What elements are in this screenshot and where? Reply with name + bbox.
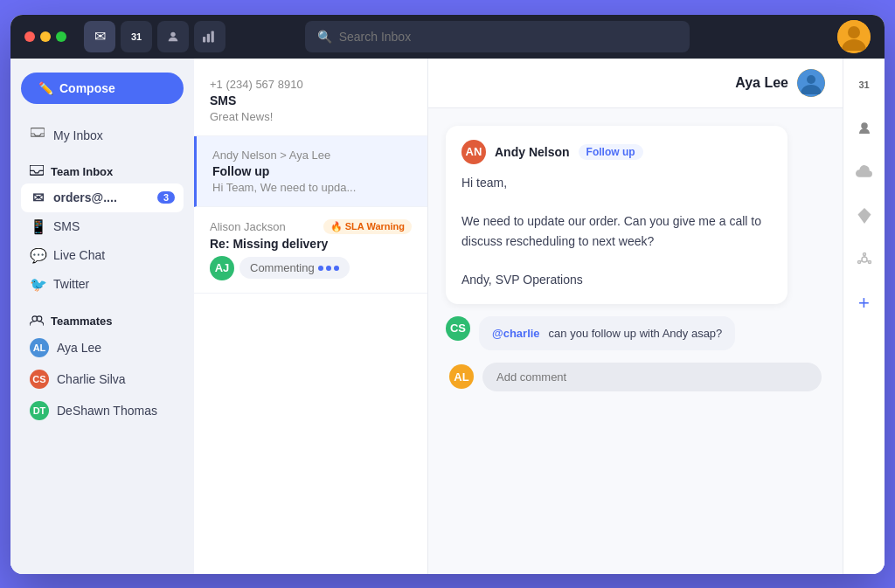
svg-line-20	[860, 260, 862, 261]
conv-meta-followup: Andy Nelson > Aya Lee	[212, 149, 412, 162]
search-bar[interactable]: 🔍	[305, 21, 690, 52]
browser-window: ✉ 31 🔍	[10, 15, 885, 574]
orders-label: orders@....	[53, 190, 117, 204]
conversation-item-missing-delivery[interactable]: Alison Jackson 🔥 SLA Warning Re: Missing…	[194, 207, 427, 294]
chat-panel: Aya Lee AN Andy Nelson	[428, 59, 843, 574]
cloud-rail-icon[interactable]	[849, 156, 880, 188]
sidebar-item-sms[interactable]: 📱 SMS	[21, 212, 184, 241]
contact-rail-icon[interactable]	[849, 113, 880, 144]
svg-line-19	[867, 260, 869, 261]
twitter-label: Twitter	[53, 277, 89, 291]
sms-label: SMS	[53, 219, 80, 233]
conv-phone: +1 (234) 567 8910	[210, 78, 303, 91]
svg-marker-13	[857, 208, 871, 224]
sms-icon: 📱	[30, 218, 45, 235]
svg-rect-6	[31, 128, 45, 136]
sidebar-item-my-inbox[interactable]: My Inbox	[21, 121, 184, 149]
traffic-lights	[24, 31, 66, 42]
mail-nav-icon[interactable]: ✉	[84, 21, 115, 52]
svg-point-5	[848, 26, 860, 38]
message-tag-followup: Follow up	[579, 144, 643, 160]
analytics-nav-icon[interactable]	[194, 21, 225, 52]
message-body-andy: Hi team, We need to update our order. Ca…	[461, 173, 772, 290]
conv-meta-sms: +1 (234) 567 8910	[210, 78, 412, 91]
live-chat-icon: 💬	[30, 247, 45, 264]
svg-point-14	[862, 257, 867, 262]
sidebar-item-charlie-silva[interactable]: CS Charlie Silva	[21, 363, 184, 395]
conversation-item-sms[interactable]: +1 (234) 567 8910 SMS Great News!	[194, 66, 427, 136]
inbox-icon	[30, 128, 45, 143]
comment-avatar: CS	[446, 316, 470, 341]
sla-warning-badge: 🔥 SLA Warning	[323, 219, 412, 234]
search-input[interactable]	[339, 30, 677, 44]
sidebar-section-team-inbox: Team Inbox ✉ orders@.... 3 📱 SMS 💬 Live …	[21, 156, 184, 299]
commenting-indicator: AJ Commenting	[210, 256, 412, 280]
sidebar-my-inbox-label: My Inbox	[53, 128, 103, 142]
team-inbox-header: Team Inbox	[21, 156, 184, 183]
chat-contact-name: Aya Lee	[735, 75, 788, 91]
app-body: ✏️ Compose My Inbox Team Inbox ✉	[10, 59, 885, 574]
andy-message-avatar: AN	[461, 140, 486, 164]
charlie-avatar: CS	[30, 370, 49, 389]
orders-badge: 3	[157, 191, 175, 204]
sidebar-section-my-inbox: My Inbox	[21, 121, 184, 149]
close-button[interactable]	[24, 31, 35, 42]
hubspot-rail-icon[interactable]	[849, 244, 880, 275]
conversation-item-followup[interactable]: Andy Nelson > Aya Lee Follow up Hi Team,…	[194, 136, 427, 207]
sidebar-item-aya-lee[interactable]: AL Aya Lee	[21, 332, 184, 363]
deshawn-name: DeShawn Thomas	[57, 404, 157, 418]
current-user-avatar: AL	[449, 364, 474, 389]
chat-header-user: Aya Lee	[735, 69, 825, 97]
add-rail-icon[interactable]: +	[849, 287, 880, 319]
chat-contact-avatar[interactable]	[797, 69, 825, 97]
svg-rect-3	[212, 31, 214, 42]
email-icon: ✉	[30, 190, 45, 206]
right-rail: 31 +	[843, 59, 885, 574]
calendar-rail-icon[interactable]: 31	[849, 69, 880, 100]
compose-icon: ✏️	[38, 81, 53, 95]
twitter-icon: 🐦	[30, 276, 45, 293]
comment-input[interactable]	[482, 363, 822, 391]
conv-sender-delivery: Alison Jackson	[210, 220, 286, 233]
team-inbox-label: Team Inbox	[51, 165, 113, 178]
sidebar-item-live-chat[interactable]: 💬 Live Chat	[21, 241, 184, 270]
message-header-andy: AN Andy Nelson Follow up	[461, 140, 772, 164]
maximize-button[interactable]	[56, 31, 66, 42]
svg-rect-7	[30, 165, 44, 175]
user-avatar[interactable]	[837, 20, 871, 53]
sidebar-item-deshawn-thomas[interactable]: DT DeShawn Thomas	[21, 395, 184, 426]
svg-rect-1	[203, 37, 205, 42]
teammates-label: Teammates	[51, 315, 113, 328]
comment-text: can you follow up with Andy asap?	[549, 327, 723, 340]
conv-sender-followup: Andy Nelson > Aya Lee	[212, 149, 330, 162]
sidebar-item-twitter[interactable]: 🐦 Twitter	[21, 270, 184, 299]
comment-mention: @charlie	[492, 327, 540, 340]
conv-meta-delivery: Alison Jackson 🔥 SLA Warning	[210, 219, 412, 234]
conv-subject-followup: Follow up	[212, 164, 412, 178]
compose-label: Compose	[59, 81, 115, 95]
dot-3	[334, 266, 339, 271]
aya-avatar: AL	[30, 338, 49, 357]
svg-rect-2	[207, 33, 210, 42]
sidebar-section-teammates: Teammates AL Aya Lee CS Charlie Silva DT…	[21, 306, 184, 426]
conv-preview-sms: Great News!	[210, 110, 412, 123]
chat-messages: AN Andy Nelson Follow up Hi team, We nee…	[428, 108, 843, 574]
alison-avatar: AJ	[210, 256, 234, 280]
sidebar-item-orders[interactable]: ✉ orders@.... 3	[21, 183, 184, 212]
comment-bubble: @charlie can you follow up with Andy asa…	[479, 316, 735, 350]
commenting-pill: Commenting	[239, 257, 350, 279]
calendar-nav-icon[interactable]: 31	[121, 21, 152, 52]
message-sender-andy: Andy Nelson	[495, 145, 570, 159]
commenting-label: Commenting	[250, 261, 315, 274]
compose-button[interactable]: ✏️ Compose	[21, 73, 184, 104]
minimize-button[interactable]	[40, 31, 51, 42]
live-chat-label: Live Chat	[53, 248, 105, 262]
teammates-header: Teammates	[21, 306, 184, 332]
aya-name: Aya Lee	[57, 341, 101, 355]
diamond-rail-icon[interactable]	[849, 200, 880, 232]
chat-header: Aya Lee	[428, 59, 843, 108]
contacts-nav-icon[interactable]	[157, 21, 189, 52]
conversation-list: +1 (234) 567 8910 SMS Great News! Andy N…	[194, 59, 428, 574]
conv-type: SMS	[210, 93, 412, 107]
comment-row: CS @charlie can you follow up with Andy …	[446, 316, 825, 350]
